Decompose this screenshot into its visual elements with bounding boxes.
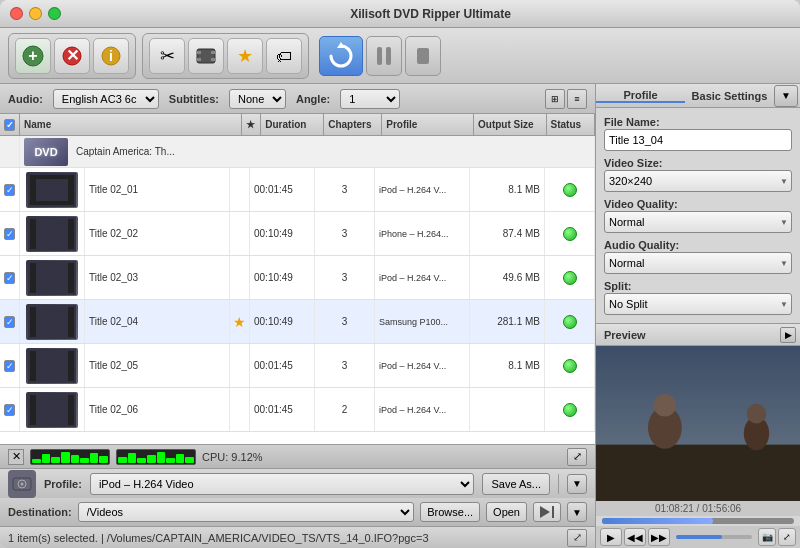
subtitles-select[interactable]: None: [229, 89, 286, 109]
svg-rect-25: [68, 219, 74, 249]
row3-checkbox[interactable]: [4, 272, 15, 284]
preview-progress-bar[interactable]: [602, 518, 794, 524]
table-row[interactable]: Title 02_03 00:10:49 3 iPod – H.264 V...…: [0, 256, 595, 300]
row3-chapters: 3: [315, 256, 375, 299]
th-chapters[interactable]: Chapters: [324, 114, 382, 135]
open-button[interactable]: Open: [486, 502, 527, 522]
svg-text:+: +: [28, 47, 37, 64]
split-select[interactable]: No Split: [604, 293, 792, 315]
pause-button[interactable]: [366, 36, 402, 76]
svg-rect-34: [68, 351, 74, 381]
table-row[interactable]: Title 02_02 00:10:49 3 iPhone – H.264...…: [0, 212, 595, 256]
destination-select[interactable]: /Videos: [78, 502, 415, 522]
delete-button[interactable]: ✕: [54, 38, 90, 74]
tab-profile[interactable]: Profile: [596, 89, 685, 103]
row4-chapters: 3: [315, 300, 375, 343]
rewind-button[interactable]: ◀◀: [624, 528, 646, 546]
screenshot-button[interactable]: 📷: [758, 528, 776, 546]
select-all-checkbox[interactable]: [4, 119, 15, 131]
row1-check[interactable]: [0, 168, 20, 211]
row5-thumb: [20, 344, 85, 387]
audio-bar2-7: [176, 454, 185, 462]
table-row[interactable]: Title 02_01 00:01:45 3 iPod – H.264 V...…: [0, 168, 595, 212]
svg-text:✂: ✂: [160, 46, 175, 66]
row4-check[interactable]: [0, 300, 20, 343]
cut-button[interactable]: ✂: [149, 38, 185, 74]
row2-thumb: [20, 212, 85, 255]
row4-checkbox[interactable]: [4, 316, 15, 328]
video-size-group: Video Size: 320×240: [604, 157, 792, 192]
preview-expand-button[interactable]: ▶: [780, 327, 796, 343]
th-name[interactable]: Name: [20, 114, 242, 135]
status-close-button[interactable]: ✕: [8, 449, 24, 465]
video-quality-select[interactable]: Normal: [604, 211, 792, 233]
info-button[interactable]: i: [93, 38, 129, 74]
preview-progress-fill: [602, 518, 713, 524]
row6-chapters: 2: [315, 388, 375, 431]
angle-select[interactable]: 1: [340, 89, 400, 109]
fullscreen-button[interactable]: ⤢: [778, 528, 796, 546]
list-view-button[interactable]: ≡: [567, 89, 587, 109]
dest-chevron-icon[interactable]: ▼: [567, 502, 587, 522]
film-button[interactable]: [188, 38, 224, 74]
table-row[interactable]: Title 02_05 00:01:45 3 iPod – H.264 V...…: [0, 344, 595, 388]
video-size-select-wrapper: 320×240: [604, 170, 792, 192]
convert-button[interactable]: [319, 36, 363, 76]
table-row[interactable]: Title 02_04 ★ 00:10:49 3 Samsung P100...…: [0, 300, 595, 344]
panel-expand-button[interactable]: ▼: [774, 85, 798, 107]
audio-quality-select[interactable]: Normal: [604, 252, 792, 274]
minimize-button[interactable]: [29, 7, 42, 20]
fast-forward-button[interactable]: ▶▶: [648, 528, 670, 546]
settings-form: File Name: Video Size: 320×240 Video Qua…: [596, 108, 800, 323]
save-as-button[interactable]: Save As...: [482, 473, 550, 495]
th-output[interactable]: Output Size: [474, 114, 547, 135]
video-quality-label: Video Quality:: [604, 198, 792, 210]
profile-select[interactable]: iPod – H.264 Video: [90, 473, 475, 495]
forward-button[interactable]: [533, 502, 561, 522]
row2-name: Title 02_02: [85, 212, 230, 255]
audio-bar2-6: [166, 458, 175, 462]
volume-slider[interactable]: [676, 535, 752, 539]
close-button[interactable]: [10, 7, 23, 20]
video-quality-select-wrapper: Normal: [604, 211, 792, 233]
table-body[interactable]: DVD Captain America: Th... Title 02_01: [0, 136, 595, 444]
file-name-input[interactable]: [604, 129, 792, 151]
row1-checkbox[interactable]: [4, 184, 15, 196]
tag-button[interactable]: 🏷: [266, 38, 302, 74]
play-button[interactable]: ▶: [600, 528, 622, 546]
audio-bar-7: [90, 453, 99, 463]
th-duration[interactable]: Duration: [261, 114, 324, 135]
add-button[interactable]: +: [15, 38, 51, 74]
row3-check[interactable]: [0, 256, 20, 299]
chevron-down-icon[interactable]: ▼: [567, 474, 587, 494]
star-button[interactable]: ★: [227, 38, 263, 74]
svg-rect-30: [30, 307, 36, 337]
row6-status-dot: [563, 403, 577, 417]
row5-status: [545, 344, 595, 387]
svg-rect-33: [30, 351, 36, 381]
browse-button[interactable]: Browse...: [420, 502, 480, 522]
th-status[interactable]: Status: [547, 114, 595, 135]
row2-checkbox[interactable]: [4, 228, 15, 240]
grid-view-button[interactable]: ⊞: [545, 89, 565, 109]
row6-check[interactable]: [0, 388, 20, 431]
info-expand-button[interactable]: ⤢: [567, 529, 587, 547]
audio-select[interactable]: English AC3 6c: [53, 89, 159, 109]
row6-checkbox[interactable]: [4, 404, 15, 416]
video-size-select[interactable]: 320×240: [604, 170, 792, 192]
row5-check[interactable]: [0, 344, 20, 387]
maximize-button[interactable]: [48, 7, 61, 20]
stop-button[interactable]: [405, 36, 441, 76]
th-profile[interactable]: Profile: [382, 114, 474, 135]
status-expand-button[interactable]: ⤢: [567, 448, 587, 466]
row1-status-dot: [563, 183, 577, 197]
table-row[interactable]: Title 02_06 00:01:45 2 iPod – H.264 V...: [0, 388, 595, 432]
row5-thumbnail: [26, 348, 78, 384]
group-title: Captain America: Th...: [72, 136, 595, 167]
tab-basic-settings[interactable]: Basic Settings: [685, 90, 774, 102]
preview-controls: ▶ ◀◀ ▶▶ 📷 ⤢: [596, 526, 800, 548]
video-quality-group: Video Quality: Normal: [604, 198, 792, 233]
app-window: Xilisoft DVD Ripper Ultimate + ✕ i ✂ ★: [0, 0, 800, 548]
row2-check[interactable]: [0, 212, 20, 255]
row5-checkbox[interactable]: [4, 360, 15, 372]
